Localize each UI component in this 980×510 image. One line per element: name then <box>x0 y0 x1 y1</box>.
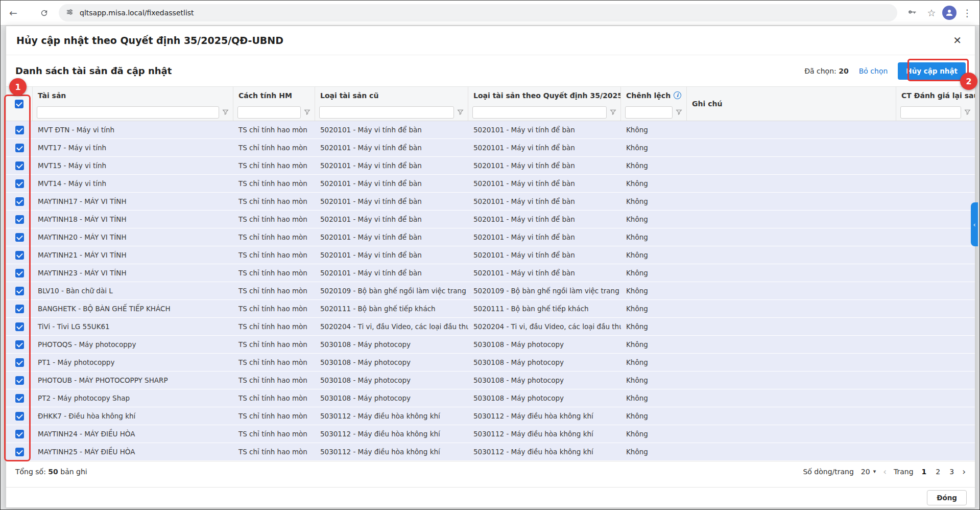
row-checkbox[interactable] <box>15 376 24 385</box>
filter-funnel-icon <box>676 109 682 115</box>
reload-icon[interactable] <box>35 4 53 21</box>
cell-old-type: 5020101 - Máy vi tính để bàn <box>315 193 468 210</box>
filter-input-old-type[interactable] <box>319 106 454 119</box>
table-row[interactable]: PT2 - Máy photocopy Shap TS chỉ tính hao… <box>6 389 975 407</box>
page-number-3[interactable]: 3 <box>948 468 955 476</box>
browser-menu-icon[interactable]: ⋮ <box>959 4 976 21</box>
column-header-note[interactable]: Ghi chú <box>687 87 896 121</box>
table-row[interactable]: TiVi - Tivi LG 55UK61 TS chỉ tính hao mò… <box>6 318 975 336</box>
row-checkbox[interactable] <box>15 358 24 367</box>
row-checkbox[interactable] <box>15 215 24 224</box>
cell-note <box>687 372 896 389</box>
cell-note <box>687 211 896 228</box>
close-icon[interactable]: ✕ <box>950 32 965 49</box>
filter-input-new-type[interactable] <box>472 106 607 119</box>
cell-new-type: 5020101 - Máy vi tính để bàn <box>468 264 621 282</box>
back-icon[interactable]: ← <box>5 4 22 21</box>
cell-new-type: 5030108 - Máy photocopy <box>468 354 621 371</box>
column-header-old-type[interactable]: Loại tài sản cũ <box>315 87 468 104</box>
filter-input-diff[interactable] <box>625 106 673 119</box>
cell-asset: MAYTINH25 - MÁY ĐIỀU HÒA <box>33 443 233 460</box>
modal-titlebar: Hủy cập nhật theo Quyết định 35/2025/QĐ-… <box>6 26 975 55</box>
table-row[interactable]: MAYTINH17 - MÁY VI TÍNH TS chỉ tính hao … <box>6 193 975 211</box>
filter-input-ct[interactable] <box>900 106 961 119</box>
cell-note <box>687 139 896 156</box>
row-checkbox[interactable] <box>15 269 24 277</box>
deselect-link[interactable]: Bỏ chọn <box>859 67 888 75</box>
cell-asset: TiVi - Tivi LG 55UK61 <box>33 318 233 335</box>
row-checkbox[interactable] <box>15 394 24 403</box>
page-number-1[interactable]: 1 <box>921 468 928 476</box>
address-bar[interactable]: qltsapp.misa.local/fixedassetlist <box>59 4 897 21</box>
column-header-method[interactable]: Cách tính HM <box>233 87 315 104</box>
column-header-new-type[interactable]: Loại tài sản theo Quyết định 35/2025/QĐ-… <box>468 87 621 104</box>
table-row[interactable]: PT1 - Máy photocoppy TS chỉ tính hao mòn… <box>6 354 975 372</box>
table-row[interactable]: ĐHKK7 - Điều hòa không khí TS chỉ tính h… <box>6 407 975 425</box>
row-checkbox[interactable] <box>15 144 24 152</box>
total-unit: bản ghi <box>60 468 87 476</box>
page-number-2[interactable]: 2 <box>935 468 941 476</box>
cell-old-type: 5020101 - Máy vi tính để bàn <box>315 264 468 282</box>
close-button[interactable]: Đóng <box>927 490 967 505</box>
cancel-update-button[interactable]: Hủy cập nhật <box>898 62 966 80</box>
table-row[interactable]: MAYTINH20 - MÁY VI TÍNH TS chỉ tính hao … <box>6 228 975 246</box>
table-header: Tài sản Cách tính HM Loại tài sản cũ Loạ… <box>6 86 975 121</box>
row-checkbox[interactable] <box>15 305 24 313</box>
info-icon[interactable]: i <box>674 91 681 99</box>
table-row[interactable]: MAYTINH23 - MÁY VI TÍNH TS chỉ tính hao … <box>6 264 975 282</box>
cell-ct <box>896 372 975 389</box>
row-checkbox[interactable] <box>15 233 24 242</box>
side-panel-toggle[interactable]: ‹ <box>971 202 978 246</box>
table-body: MVT ĐTN - Máy vi tính TS chỉ tính hao mò… <box>6 121 975 461</box>
row-checkbox[interactable] <box>15 126 24 134</box>
profile-avatar[interactable] <box>942 6 957 20</box>
column-header-asset[interactable]: Tài sản <box>33 87 233 104</box>
cell-diff: Không <box>621 193 687 210</box>
cell-method: TS chỉ tính hao mòn <box>233 372 315 389</box>
row-checkbox[interactable] <box>15 179 24 188</box>
column-header-ct[interactable]: CT Đánh giá lại sau cậ... <box>896 87 975 104</box>
filter-input-method[interactable] <box>237 106 301 119</box>
table-row[interactable]: BLV10 - Bàn chữ dài L TS chỉ tính hao mò… <box>6 282 975 300</box>
filter-input-asset[interactable] <box>37 106 219 119</box>
column-header-diff[interactable]: Chênh lệch i <box>621 87 687 104</box>
cell-new-type: 5020204 - Ti vi, đầu Video, các loại đầu… <box>468 318 621 335</box>
cell-diff: Không <box>621 354 687 371</box>
rows-per-page-select[interactable]: 20 ▾ <box>861 468 876 476</box>
row-checkbox-cell <box>6 211 33 228</box>
table-row[interactable]: MAYTINH24 - MÁY ĐIỀU HÒA TS chỉ tính hao… <box>6 425 975 443</box>
rows-per-page-label: Số dòng/trang <box>803 468 853 476</box>
table-row[interactable]: PHOTOUB - MÁY PHOTOCOPPY SHARP TS chỉ tí… <box>6 372 975 389</box>
row-checkbox[interactable] <box>15 251 24 260</box>
table-row[interactable]: MVT17 - Máy vi tính TS chỉ tính hao mòn … <box>6 139 975 157</box>
row-checkbox[interactable] <box>15 197 24 206</box>
bookmark-star-icon[interactable]: ☆ <box>923 4 940 21</box>
row-checkbox[interactable] <box>15 448 24 456</box>
site-info-icon[interactable] <box>66 8 74 18</box>
cell-method: TS chỉ tính hao mòn <box>233 318 315 335</box>
row-checkbox-cell <box>6 336 33 353</box>
cell-diff: Không <box>621 336 687 353</box>
row-checkbox[interactable] <box>15 322 24 331</box>
table-row[interactable]: BANGHETK - BỘ BÀN GHẾ TIẾP KHÁCH TS chỉ … <box>6 300 975 318</box>
table-row[interactable]: MAYTINH18 - MÁY VI TÍNH TS chỉ tính hao … <box>6 211 975 228</box>
row-checkbox[interactable] <box>15 287 24 295</box>
cell-diff: Không <box>621 407 687 425</box>
row-checkbox[interactable] <box>15 340 24 349</box>
table-row[interactable]: MVT14 - Máy vi tính TS chỉ tính hao mòn … <box>6 175 975 193</box>
select-all-checkbox[interactable] <box>15 100 23 108</box>
table-row[interactable]: MAYTINH25 - MÁY ĐIỀU HÒA TS chỉ tính hao… <box>6 443 975 461</box>
table-row[interactable]: MVT ĐTN - Máy vi tính TS chỉ tính hao mò… <box>6 121 975 139</box>
row-checkbox[interactable] <box>15 430 24 438</box>
table-row[interactable]: PHOTOQS - Máy photocoppy TS chỉ tính hao… <box>6 336 975 354</box>
row-checkbox[interactable] <box>15 412 24 421</box>
row-checkbox[interactable] <box>15 161 24 170</box>
password-key-icon[interactable] <box>903 4 921 21</box>
cell-old-type: 5030108 - Máy photocopy <box>315 354 468 371</box>
prev-page-icon[interactable]: ‹ <box>883 467 887 477</box>
table-row[interactable]: MVT15 - Máy vi tính TS chỉ tính hao mòn … <box>6 157 975 175</box>
filter-funnel-icon <box>222 109 229 115</box>
next-page-icon[interactable]: › <box>962 467 966 477</box>
table-row[interactable]: MAYTINH21 - MÁY VI TÍNH TS chỉ tính hao … <box>6 246 975 264</box>
cell-note <box>687 336 896 353</box>
